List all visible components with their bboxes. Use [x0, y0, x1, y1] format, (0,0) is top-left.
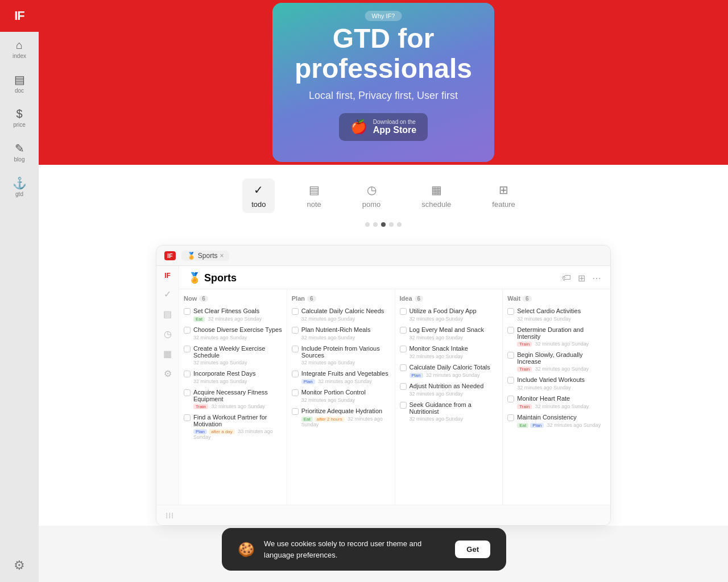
- sports-tab-label: Sports: [198, 252, 218, 260]
- task-checkbox[interactable]: [400, 346, 407, 352]
- sidebar-item-doc[interactable]: ▤ doc: [0, 66, 39, 101]
- task-title: Plan Nutrient-Rich Meals: [292, 326, 390, 334]
- task-meta: 32 minutes ago Sunday: [184, 360, 282, 365]
- task-title: Calculate Daily Caloric Needs: [292, 307, 390, 315]
- task-checkbox[interactable]: [184, 346, 191, 352]
- inner-sidebar-check-icon[interactable]: ✓: [164, 289, 171, 300]
- window-titlebar: IF 🏅 Sports ×: [156, 246, 610, 266]
- task-checkbox[interactable]: [292, 389, 299, 396]
- inner-sidebar-gear-icon[interactable]: ⚙: [164, 368, 172, 379]
- task-item: Calculate Daily Caloric Totals Plan 32 m…: [400, 364, 498, 378]
- task-checkbox[interactable]: [400, 308, 407, 315]
- task-checkbox[interactable]: [184, 327, 191, 334]
- inner-sidebar-doc-icon[interactable]: ▤: [163, 309, 172, 319]
- task-checkbox[interactable]: [184, 308, 191, 315]
- col-plan-header: Plan 6: [292, 295, 390, 302]
- tag-train: Train: [517, 404, 532, 409]
- task-title: Adjust Nutrition as Needed: [400, 383, 498, 390]
- task-title: Acquire Necessary Fitness Equipment: [184, 389, 282, 402]
- task-title: Monitor Heart Rate: [507, 395, 606, 402]
- task-item: Calculate Daily Caloric Needs 32 minutes…: [292, 307, 390, 322]
- task-checkbox[interactable]: [507, 352, 514, 359]
- task-meta: Train 32 minutes ago Sunday: [507, 404, 606, 409]
- sidebar-item-gtd[interactable]: ⚓ gtd: [0, 169, 39, 204]
- more-action-icon[interactable]: ⋯: [592, 273, 601, 284]
- kanban-col-idea: Idea 6 Utilize a Food Diary App 32 minut…: [395, 289, 503, 505]
- task-item: Include Protein from Various Sources 32 …: [292, 345, 390, 365]
- tag-train: Train: [517, 367, 532, 372]
- sidebar-label-blog: blog: [14, 156, 25, 163]
- task-meta: 32 minutes ago Sunday: [184, 335, 282, 340]
- task-checkbox[interactable]: [292, 308, 299, 315]
- dot-1[interactable]: [365, 222, 370, 227]
- task-checkbox[interactable]: [400, 327, 407, 334]
- feature-icon: ⊞: [499, 183, 508, 197]
- task-checkbox[interactable]: [184, 371, 191, 377]
- task-meta: Plan 32 minutes ago Sunday: [400, 372, 498, 378]
- tag-eat: Eat: [517, 423, 528, 428]
- app-store-button[interactable]: 🍎 Download on the App Store: [339, 113, 428, 141]
- inner-sidebar-pomo-icon[interactable]: ◷: [164, 329, 172, 339]
- cookie-accept-button[interactable]: Get: [455, 541, 490, 558]
- task-meta: 32 minutes ago Sunday: [507, 385, 606, 390]
- price-icon: $: [16, 107, 22, 120]
- kanban-title-text: Sports: [204, 272, 237, 284]
- tab-feature[interactable]: ⊞ feature: [483, 178, 524, 213]
- tab-schedule[interactable]: ▦ schedule: [412, 178, 460, 213]
- col-wait-label: Wait: [507, 295, 520, 302]
- hero-title: GTD for professionals: [272, 24, 494, 84]
- tag-plan: Plan: [193, 429, 207, 434]
- inner-sidebar-calendar-icon[interactable]: ▦: [163, 348, 172, 359]
- task-checkbox[interactable]: [400, 364, 407, 371]
- task-checkbox[interactable]: [507, 414, 514, 421]
- tag-action-icon[interactable]: 🏷: [562, 273, 571, 284]
- col-plan-label: Plan: [292, 295, 305, 302]
- task-meta: 32 minutes ago Sunday: [184, 379, 282, 384]
- task-checkbox[interactable]: [292, 346, 299, 352]
- home-icon: ⌂: [16, 39, 23, 52]
- sidebar-item-index[interactable]: ⌂ index: [0, 32, 39, 66]
- task-title: Calculate Daily Caloric Totals: [400, 364, 498, 371]
- task-checkbox[interactable]: [184, 389, 191, 396]
- task-checkbox[interactable]: [507, 308, 514, 315]
- settings-button[interactable]: ⚙: [14, 558, 25, 573]
- tab-pomo[interactable]: ◷ pomo: [353, 178, 390, 213]
- task-checkbox[interactable]: [507, 327, 514, 334]
- task-title: Begin Slowly, Gradually Increase: [507, 351, 606, 365]
- dot-4[interactable]: [389, 222, 394, 227]
- dot-5[interactable]: [397, 222, 402, 227]
- sidebar-item-price[interactable]: $ price: [0, 101, 39, 135]
- tab-todo[interactable]: ✓ todo: [242, 178, 275, 213]
- cookie-banner: 🍪 We use cookies solely to record user t…: [222, 528, 506, 571]
- sports-tab[interactable]: 🏅 Sports ×: [181, 251, 230, 261]
- dot-3-active[interactable]: [381, 222, 386, 227]
- task-checkbox[interactable]: [292, 371, 299, 377]
- task-item: Determine Duration and Intensity Train 3…: [507, 326, 606, 347]
- task-checkbox[interactable]: [400, 383, 407, 390]
- tag-train: Train: [517, 342, 532, 347]
- task-checkbox[interactable]: [292, 327, 299, 334]
- task-item: Monitor Heart Rate Train 32 minutes ago …: [507, 395, 606, 409]
- tag-after: after 2 hours: [315, 417, 345, 422]
- task-checkbox[interactable]: [507, 396, 514, 402]
- task-item: Monitor Portion Control 32 minutes ago S…: [292, 389, 390, 403]
- task-checkbox[interactable]: [184, 414, 191, 421]
- task-checkbox[interactable]: [292, 408, 299, 415]
- sidebar-item-blog[interactable]: ✎ blog: [0, 135, 39, 169]
- task-meta: 32 minutes ago Sunday: [292, 360, 390, 365]
- grid-icon[interactable]: ⁞⁞⁞: [166, 511, 174, 520]
- task-checkbox[interactable]: [400, 402, 407, 409]
- task-meta: Train 32 minutes ago Sunday: [507, 366, 606, 372]
- kanban-emoji: 🏅: [188, 272, 201, 284]
- kanban-board: Now 6 Set Clear Fitness Goals Eat 32 min…: [179, 289, 610, 505]
- task-item: Monitor Snack Intake 32 minutes ago Sund…: [400, 345, 498, 359]
- kanban-area: 🏅 Sports 🏷 ⊞ ⋯ Now: [179, 266, 610, 505]
- tab-note[interactable]: ▤ note: [297, 178, 330, 213]
- sidebar-logo[interactable]: IF: [0, 0, 39, 32]
- close-tab-icon[interactable]: ×: [220, 252, 224, 260]
- dot-2[interactable]: [373, 222, 378, 227]
- task-meta: Eatafter 2 hours 32 minutes ago Sunday: [292, 416, 390, 427]
- task-checkbox[interactable]: [507, 377, 514, 384]
- layout-action-icon[interactable]: ⊞: [578, 273, 585, 284]
- task-item: Create a Weekly Exercise Schedule 32 min…: [184, 345, 282, 365]
